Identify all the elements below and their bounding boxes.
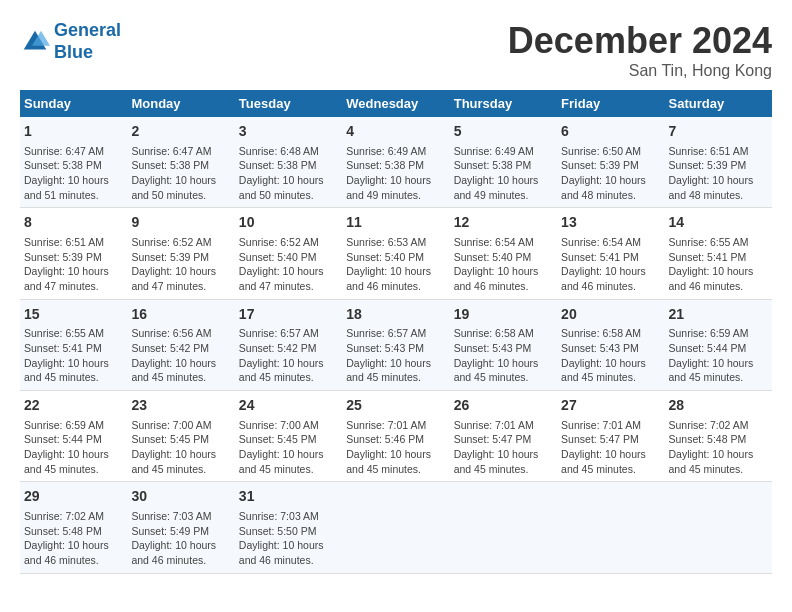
day-number: 8 [24, 213, 123, 233]
column-header-friday: Friday [557, 90, 664, 117]
day-cell: 29Sunrise: 7:02 AM Sunset: 5:48 PM Dayli… [20, 482, 127, 573]
day-cell [557, 482, 664, 573]
day-cell: 15Sunrise: 6:55 AM Sunset: 5:41 PM Dayli… [20, 299, 127, 390]
day-cell: 14Sunrise: 6:55 AM Sunset: 5:41 PM Dayli… [665, 208, 772, 299]
day-cell: 10Sunrise: 6:52 AM Sunset: 5:40 PM Dayli… [235, 208, 342, 299]
day-cell: 24Sunrise: 7:00 AM Sunset: 5:45 PM Dayli… [235, 391, 342, 482]
day-info: Sunrise: 6:52 AM Sunset: 5:40 PM Dayligh… [239, 235, 338, 294]
day-number: 3 [239, 122, 338, 142]
day-cell: 9Sunrise: 6:52 AM Sunset: 5:39 PM Daylig… [127, 208, 234, 299]
day-number: 19 [454, 305, 553, 325]
day-number: 30 [131, 487, 230, 507]
day-cell: 19Sunrise: 6:58 AM Sunset: 5:43 PM Dayli… [450, 299, 557, 390]
column-header-wednesday: Wednesday [342, 90, 449, 117]
header-row: SundayMondayTuesdayWednesdayThursdayFrid… [20, 90, 772, 117]
day-info: Sunrise: 6:55 AM Sunset: 5:41 PM Dayligh… [24, 326, 123, 385]
day-info: Sunrise: 6:51 AM Sunset: 5:39 PM Dayligh… [24, 235, 123, 294]
day-cell: 20Sunrise: 6:58 AM Sunset: 5:43 PM Dayli… [557, 299, 664, 390]
day-info: Sunrise: 7:02 AM Sunset: 5:48 PM Dayligh… [24, 509, 123, 568]
day-info: Sunrise: 6:49 AM Sunset: 5:38 PM Dayligh… [454, 144, 553, 203]
column-header-thursday: Thursday [450, 90, 557, 117]
day-cell: 1Sunrise: 6:47 AM Sunset: 5:38 PM Daylig… [20, 117, 127, 208]
day-cell: 18Sunrise: 6:57 AM Sunset: 5:43 PM Dayli… [342, 299, 449, 390]
day-cell: 5Sunrise: 6:49 AM Sunset: 5:38 PM Daylig… [450, 117, 557, 208]
day-number: 27 [561, 396, 660, 416]
day-info: Sunrise: 6:47 AM Sunset: 5:38 PM Dayligh… [131, 144, 230, 203]
day-number: 21 [669, 305, 768, 325]
day-info: Sunrise: 6:56 AM Sunset: 5:42 PM Dayligh… [131, 326, 230, 385]
day-number: 1 [24, 122, 123, 142]
day-info: Sunrise: 7:00 AM Sunset: 5:45 PM Dayligh… [131, 418, 230, 477]
day-info: Sunrise: 6:58 AM Sunset: 5:43 PM Dayligh… [561, 326, 660, 385]
day-info: Sunrise: 6:58 AM Sunset: 5:43 PM Dayligh… [454, 326, 553, 385]
column-header-sunday: Sunday [20, 90, 127, 117]
day-info: Sunrise: 6:57 AM Sunset: 5:43 PM Dayligh… [346, 326, 445, 385]
day-cell: 13Sunrise: 6:54 AM Sunset: 5:41 PM Dayli… [557, 208, 664, 299]
day-number: 29 [24, 487, 123, 507]
day-info: Sunrise: 7:02 AM Sunset: 5:48 PM Dayligh… [669, 418, 768, 477]
logo: General Blue [20, 20, 121, 63]
day-number: 23 [131, 396, 230, 416]
day-number: 24 [239, 396, 338, 416]
day-number: 9 [131, 213, 230, 233]
day-cell: 3Sunrise: 6:48 AM Sunset: 5:38 PM Daylig… [235, 117, 342, 208]
day-info: Sunrise: 7:01 AM Sunset: 5:47 PM Dayligh… [454, 418, 553, 477]
day-cell: 22Sunrise: 6:59 AM Sunset: 5:44 PM Dayli… [20, 391, 127, 482]
logo-icon [20, 27, 50, 57]
day-info: Sunrise: 6:49 AM Sunset: 5:38 PM Dayligh… [346, 144, 445, 203]
day-info: Sunrise: 6:53 AM Sunset: 5:40 PM Dayligh… [346, 235, 445, 294]
day-number: 26 [454, 396, 553, 416]
day-info: Sunrise: 6:54 AM Sunset: 5:41 PM Dayligh… [561, 235, 660, 294]
day-number: 16 [131, 305, 230, 325]
day-number: 11 [346, 213, 445, 233]
location: San Tin, Hong Kong [508, 62, 772, 80]
day-cell: 25Sunrise: 7:01 AM Sunset: 5:46 PM Dayli… [342, 391, 449, 482]
day-number: 22 [24, 396, 123, 416]
day-number: 14 [669, 213, 768, 233]
day-info: Sunrise: 6:50 AM Sunset: 5:39 PM Dayligh… [561, 144, 660, 203]
day-number: 17 [239, 305, 338, 325]
day-number: 5 [454, 122, 553, 142]
day-cell: 17Sunrise: 6:57 AM Sunset: 5:42 PM Dayli… [235, 299, 342, 390]
day-number: 6 [561, 122, 660, 142]
title-block: December 2024 San Tin, Hong Kong [508, 20, 772, 80]
day-cell: 7Sunrise: 6:51 AM Sunset: 5:39 PM Daylig… [665, 117, 772, 208]
day-info: Sunrise: 6:47 AM Sunset: 5:38 PM Dayligh… [24, 144, 123, 203]
day-cell: 12Sunrise: 6:54 AM Sunset: 5:40 PM Dayli… [450, 208, 557, 299]
day-number: 18 [346, 305, 445, 325]
day-number: 12 [454, 213, 553, 233]
day-info: Sunrise: 7:03 AM Sunset: 5:49 PM Dayligh… [131, 509, 230, 568]
day-info: Sunrise: 7:01 AM Sunset: 5:47 PM Dayligh… [561, 418, 660, 477]
day-number: 28 [669, 396, 768, 416]
logo-text: General Blue [54, 20, 121, 63]
day-number: 2 [131, 122, 230, 142]
day-cell [665, 482, 772, 573]
day-number: 13 [561, 213, 660, 233]
day-cell: 23Sunrise: 7:00 AM Sunset: 5:45 PM Dayli… [127, 391, 234, 482]
column-header-saturday: Saturday [665, 90, 772, 117]
month-title: December 2024 [508, 20, 772, 62]
day-cell: 21Sunrise: 6:59 AM Sunset: 5:44 PM Dayli… [665, 299, 772, 390]
day-info: Sunrise: 6:54 AM Sunset: 5:40 PM Dayligh… [454, 235, 553, 294]
day-info: Sunrise: 7:00 AM Sunset: 5:45 PM Dayligh… [239, 418, 338, 477]
page-header: General Blue December 2024 San Tin, Hong… [20, 20, 772, 80]
day-cell: 26Sunrise: 7:01 AM Sunset: 5:47 PM Dayli… [450, 391, 557, 482]
day-cell: 11Sunrise: 6:53 AM Sunset: 5:40 PM Dayli… [342, 208, 449, 299]
day-cell: 4Sunrise: 6:49 AM Sunset: 5:38 PM Daylig… [342, 117, 449, 208]
day-number: 4 [346, 122, 445, 142]
day-cell: 30Sunrise: 7:03 AM Sunset: 5:49 PM Dayli… [127, 482, 234, 573]
day-number: 10 [239, 213, 338, 233]
day-info: Sunrise: 7:01 AM Sunset: 5:46 PM Dayligh… [346, 418, 445, 477]
calendar-table: SundayMondayTuesdayWednesdayThursdayFrid… [20, 90, 772, 574]
day-info: Sunrise: 6:57 AM Sunset: 5:42 PM Dayligh… [239, 326, 338, 385]
day-cell: 31Sunrise: 7:03 AM Sunset: 5:50 PM Dayli… [235, 482, 342, 573]
day-number: 25 [346, 396, 445, 416]
day-info: Sunrise: 6:51 AM Sunset: 5:39 PM Dayligh… [669, 144, 768, 203]
day-info: Sunrise: 6:59 AM Sunset: 5:44 PM Dayligh… [24, 418, 123, 477]
day-cell [450, 482, 557, 573]
day-cell: 16Sunrise: 6:56 AM Sunset: 5:42 PM Dayli… [127, 299, 234, 390]
day-cell: 2Sunrise: 6:47 AM Sunset: 5:38 PM Daylig… [127, 117, 234, 208]
day-cell: 27Sunrise: 7:01 AM Sunset: 5:47 PM Dayli… [557, 391, 664, 482]
day-info: Sunrise: 6:55 AM Sunset: 5:41 PM Dayligh… [669, 235, 768, 294]
day-info: Sunrise: 6:48 AM Sunset: 5:38 PM Dayligh… [239, 144, 338, 203]
